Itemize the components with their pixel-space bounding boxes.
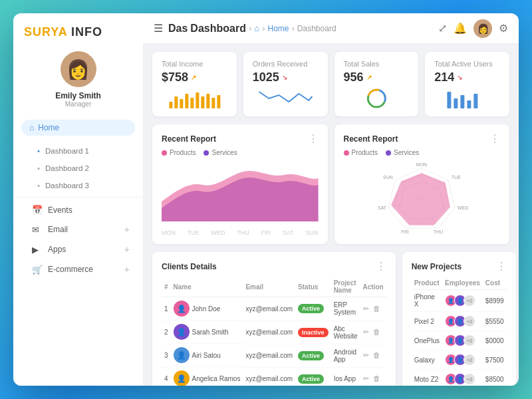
nav-label: Apps bbox=[48, 245, 66, 254]
expand-icon[interactable]: ⤢ bbox=[438, 22, 447, 35]
value-text: $758 bbox=[162, 70, 188, 84]
legend-label: Services bbox=[394, 149, 419, 156]
edit-icon[interactable]: ✏ bbox=[363, 374, 369, 382]
col-status: Status bbox=[295, 277, 331, 297]
breadcrumb-home[interactable]: Home bbox=[267, 24, 289, 33]
table-row: 4 👤 Angelica Ramos xyz@email.com Active … bbox=[162, 367, 386, 386]
chart-menu-icon[interactable]: ⋮ bbox=[489, 132, 500, 145]
user-avatar[interactable]: 👩 bbox=[473, 19, 492, 38]
home-button[interactable]: ⌂ Home bbox=[21, 120, 135, 136]
svg-marker-29 bbox=[392, 174, 450, 225]
svg-text:TUE: TUE bbox=[452, 175, 461, 180]
delete-icon[interactable]: 🗑 bbox=[373, 328, 380, 336]
stat-card-sales: Total Sales 956 ↗ bbox=[334, 52, 419, 116]
projects-menu-icon[interactable]: ⋮ bbox=[496, 260, 507, 273]
bell-icon[interactable]: 🔔 bbox=[454, 22, 467, 35]
col-name: Name bbox=[171, 277, 243, 297]
legend: Products Services bbox=[344, 149, 501, 156]
mini-chart bbox=[344, 88, 410, 108]
cell-status: Active bbox=[295, 344, 331, 367]
cell-product: Moto Z2 bbox=[412, 370, 442, 386]
label: SUN bbox=[305, 229, 318, 236]
bullet-icon: • bbox=[37, 164, 40, 172]
svg-text:FRI: FRI bbox=[402, 229, 409, 234]
projects-table: Product Employees Cost iPhone X 👤 👤 +2 $… bbox=[412, 277, 507, 386]
table-row: 3 👤 Airi Satou xyz@email.com Active Andr… bbox=[162, 344, 386, 367]
breadcrumb-home-icon: ⌂ bbox=[254, 23, 259, 33]
cell-action[interactable]: ✏ 🗑 bbox=[360, 344, 386, 367]
svg-rect-16 bbox=[461, 95, 465, 108]
sidebar-item-ecommerce[interactable]: 🛒 E-commerce + bbox=[13, 259, 143, 279]
cell-product: iPhone X bbox=[412, 290, 442, 312]
cell-name: 👤 Angelica Ramos bbox=[171, 367, 243, 386]
edit-icon[interactable]: ✏ bbox=[363, 351, 369, 359]
label: FRI bbox=[261, 229, 271, 236]
employee-avatars: 👤 👤 +2 bbox=[445, 295, 480, 307]
sidebar-item-dashboard2[interactable]: • Dashboard 2 bbox=[13, 160, 143, 177]
svg-text:THU: THU bbox=[434, 229, 443, 234]
cell-action[interactable]: ✏ 🗑 bbox=[360, 297, 386, 321]
bullet-icon: • bbox=[37, 147, 40, 155]
sidebar-item-apps[interactable]: ▶ Apps + bbox=[13, 239, 143, 259]
cell-cost: $8500 bbox=[483, 370, 507, 386]
edit-icon[interactable]: ✏ bbox=[363, 328, 369, 336]
area-chart bbox=[162, 162, 319, 228]
sidebar-item-email[interactable]: ✉ Email + bbox=[13, 219, 143, 239]
cart-icon: 🛒 bbox=[32, 265, 43, 275]
sidebar-item-events[interactable]: 📅 Events bbox=[13, 200, 143, 219]
brand-name1: SURYA bbox=[24, 25, 67, 39]
trend-icon: ↗ bbox=[366, 74, 372, 81]
status-badge: Active bbox=[298, 351, 324, 360]
cell-status: Active bbox=[295, 367, 331, 386]
cell-num: 3 bbox=[162, 344, 171, 367]
status-badge: Inactive bbox=[298, 328, 329, 337]
table-row: iPhone X 👤 👤 +2 $8999 bbox=[412, 290, 507, 312]
legend-products: Products bbox=[344, 149, 378, 156]
sep1: › bbox=[249, 23, 251, 33]
main-content: ☰ Das Dashboard › ⌂ › Home › Dashboard ⤢… bbox=[143, 13, 519, 386]
clients-menu-icon[interactable]: ⋮ bbox=[376, 260, 386, 273]
emp-more-count: +2 bbox=[464, 334, 475, 346]
expand-icon: + bbox=[124, 264, 130, 275]
legend-label: Products bbox=[170, 149, 196, 156]
table-row: 2 👤 Sarah Smith xyz@email.com Inactive A… bbox=[162, 321, 386, 344]
edit-icon[interactable]: ✏ bbox=[363, 305, 369, 313]
emp-more-count: +2 bbox=[464, 295, 475, 307]
sidebar-item-dashboard1[interactable]: • Dashboard 1 bbox=[13, 142, 143, 160]
mini-chart bbox=[162, 88, 227, 108]
chart-menu-icon[interactable]: ⋮ bbox=[308, 132, 319, 145]
delete-icon[interactable]: 🗑 bbox=[373, 374, 380, 382]
svg-rect-0 bbox=[169, 102, 172, 108]
radar-chart-card: Recent Report ⋮ Products Services bbox=[334, 124, 510, 244]
chart-labels: MON TUE WED THU FRI SAT SUN bbox=[162, 229, 319, 236]
sep2: › bbox=[262, 23, 265, 33]
page-title-board: Dashboard bbox=[190, 23, 246, 35]
cell-action[interactable]: ✏ 🗑 bbox=[360, 367, 386, 386]
settings-icon[interactable]: ⚙ bbox=[499, 22, 508, 35]
legend-dot bbox=[344, 150, 349, 156]
table-row: 1 👤 John Doe xyz@email.com Active ERP Sy… bbox=[162, 297, 386, 321]
svg-text:SAT: SAT bbox=[378, 205, 387, 210]
profile-name: Emily Smith bbox=[55, 91, 101, 100]
delete-icon[interactable]: 🗑 bbox=[373, 351, 380, 359]
cell-cost: $0000 bbox=[483, 331, 507, 350]
brand-name2: INFO bbox=[67, 25, 102, 39]
value-text: 1025 bbox=[253, 70, 279, 84]
menu-icon[interactable]: ☰ bbox=[154, 22, 163, 35]
nav-label: Dashboard 1 bbox=[45, 147, 89, 155]
clients-card: Clients Details ⋮ # Name Email Status Pr… bbox=[152, 252, 396, 386]
delete-icon[interactable]: 🗑 bbox=[373, 305, 380, 313]
cell-name: 👤 Airi Satou bbox=[171, 344, 243, 367]
expand-icon: + bbox=[124, 224, 130, 235]
sep3: › bbox=[292, 23, 295, 33]
status-badge: Active bbox=[298, 374, 324, 384]
sidebar-item-dashboard3[interactable]: • Dashboard 3 bbox=[13, 177, 143, 194]
cell-employees: 👤 👤 +2 bbox=[442, 312, 483, 331]
label: WED bbox=[211, 229, 225, 236]
chart-title: Recent Report bbox=[162, 134, 216, 144]
cell-action[interactable]: ✏ 🗑 bbox=[360, 321, 386, 344]
breadcrumb: Das Dashboard › ⌂ › Home › Dashboard bbox=[168, 23, 336, 35]
stat-card-users: Total Active Users 214 ↘ bbox=[425, 52, 509, 116]
svg-rect-18 bbox=[474, 94, 478, 108]
svg-rect-17 bbox=[467, 100, 471, 108]
